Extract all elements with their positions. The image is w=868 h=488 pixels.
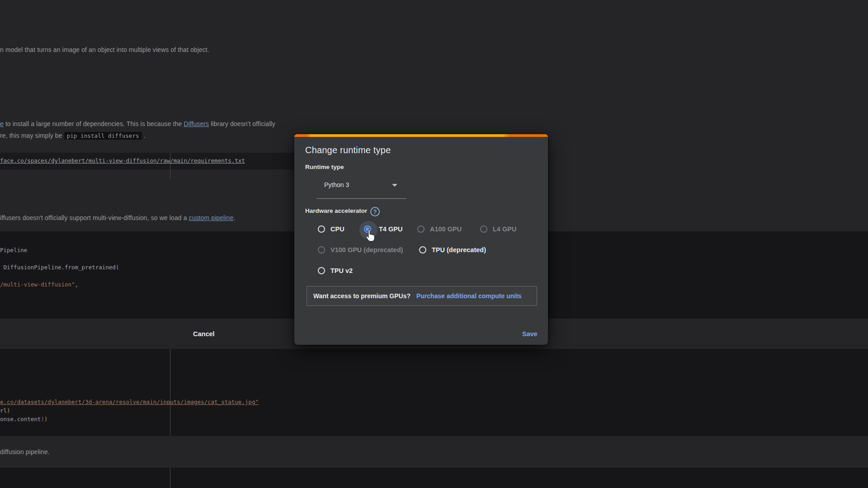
radio-icon[interactable] [480,225,487,233]
radio-label: TPU v2 [330,267,353,274]
dependencies-paragraph-line1: e to install a large number of dependenc… [0,119,275,128]
code-line: Pipeline [0,247,27,253]
radio-option-cpu[interactable]: CPU [318,225,344,233]
cell-divider-line [170,349,170,436]
custom-pipeline-link[interactable]: custom pipeline [189,214,234,221]
radio-label: V100 GPU (deprecated) [330,246,403,253]
help-icon[interactable]: ? [370,207,380,216]
radio-icon[interactable] [318,267,325,274]
truncated-link[interactable]: e [0,120,4,127]
radio-label: T4 GPU [379,225,402,233]
cell-divider-line [170,468,170,488]
radio-option-tpu-v2[interactable]: TPU v2 [318,267,353,274]
mouse-cursor-icon [364,229,376,242]
radio-icon[interactable] [419,246,426,253]
radio-label: TPU (deprecated) [432,246,486,253]
save-button[interactable]: Save [518,327,542,341]
runtime-type-label: Runtime type [305,164,344,170]
select-underline [316,198,406,199]
change-runtime-type-dialog: Change runtime type Runtime type Python … [294,134,548,345]
dialog-title: Change runtime type [305,145,391,155]
radio-icon[interactable] [318,246,325,253]
radio-icon[interactable] [318,225,325,233]
code-line: rl) [0,407,10,414]
chevron-down-icon[interactable] [392,184,397,187]
cell-divider-line [170,153,170,179]
code-line: onse.content)) [0,416,47,422]
radio-icon[interactable] [417,225,425,233]
radio-label: L4 GPU [493,225,516,233]
code-line: /multi-view-diffusion", [0,281,78,288]
dialog-accent-bar [294,134,548,137]
premium-banner-text: Want access to premium GPUs? [313,292,410,300]
purchase-compute-units-link[interactable]: Purchase additional compute units [416,292,522,300]
bottom-paragraph: diffusion pipeline. [0,447,50,456]
code-line-url[interactable]: e.co/datasets/dylanebert/3d-arena/resolv… [0,399,259,405]
radio-option-tpu-deprecated[interactable]: TPU (deprecated) [419,246,486,253]
radio-label: A100 GPU [430,225,462,233]
hardware-accelerator-label: Hardware accelerator [305,207,367,214]
colab-notebook-page: n model that turns an image of an object… [0,0,868,488]
code-cell-band [0,468,868,488]
radio-option-a100-gpu[interactable]: A100 GPU [417,225,462,233]
runtime-type-select[interactable]: Python 3 [324,181,349,188]
code-line: DiffusionPipeline.from_pretrained( [0,264,119,271]
intro-paragraph: n model that turns an image of an object… [0,45,209,54]
radio-option-v100-gpu[interactable]: V100 GPU (deprecated) [318,246,403,253]
radio-label: CPU [330,225,344,233]
radio-option-l4-gpu[interactable]: L4 GPU [480,225,516,233]
inline-code-chip: pip install diffusers [64,132,142,140]
custom-pipeline-paragraph: iffusers doesn't officially support mult… [0,213,235,222]
dependencies-paragraph-line2: re, this may simply be pip install diffu… [0,131,146,141]
requirements-url-link[interactable]: face.co/spaces/dylanebert/multi-view-dif… [0,157,245,164]
cancel-button[interactable]: Cancel [189,327,219,341]
diffusers-link[interactable]: Diffusers [184,120,209,127]
code-cell-band [0,349,868,436]
premium-gpu-banner: Want access to premium GPUs? Purchase ad… [307,286,537,306]
